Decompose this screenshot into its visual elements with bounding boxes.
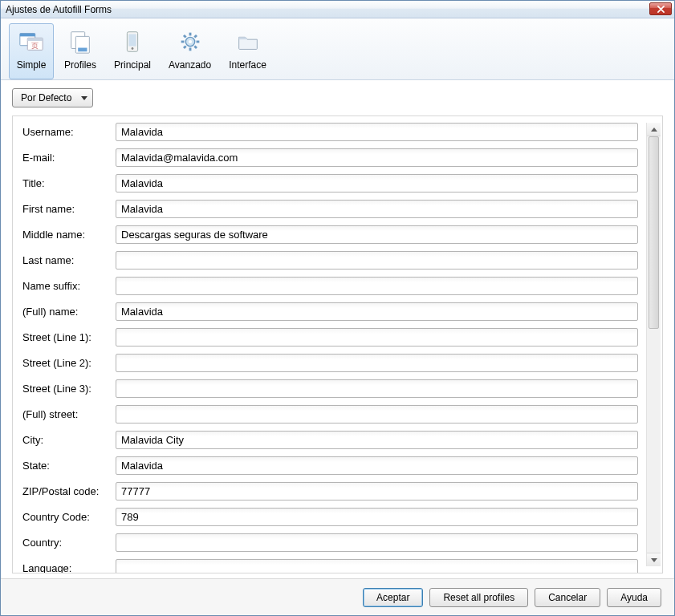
field-input[interactable] xyxy=(116,302,638,321)
triangle-up-icon xyxy=(651,128,657,132)
reset-profiles-button[interactable]: Reset all profiles xyxy=(429,588,528,607)
gear-icon xyxy=(176,27,205,56)
field-row: First name: xyxy=(21,200,638,218)
field-input[interactable] xyxy=(116,123,638,141)
scroll-down-button[interactable] xyxy=(647,553,661,566)
field-label: ZIP/Postal code: xyxy=(21,485,116,497)
svg-text:页: 页 xyxy=(31,41,39,50)
settings-window: Ajustes de Autofill Forms 页 Simple xyxy=(0,0,675,616)
svg-point-20 xyxy=(189,40,192,43)
tab-profiles[interactable]: Profiles xyxy=(57,23,104,79)
titlebar: Ajustes de Autofill Forms xyxy=(1,1,674,18)
svg-line-17 xyxy=(194,46,197,48)
field-input[interactable] xyxy=(116,379,638,398)
toolbar: 页 Simple Profiles xyxy=(1,18,674,80)
tab-label: Profiles xyxy=(64,59,96,71)
field-label: Username: xyxy=(21,126,116,138)
field-row: E-mail: xyxy=(21,148,638,167)
field-label: Country Code: xyxy=(21,511,116,523)
field-row: (Full) street: xyxy=(21,405,638,424)
field-input[interactable] xyxy=(116,431,638,449)
scroll-thumb[interactable] xyxy=(649,136,659,329)
content-area: Por Defecto Username:E-mail:Title:First … xyxy=(1,80,674,578)
svg-rect-9 xyxy=(128,34,136,47)
field-row: Street (Line 2): xyxy=(21,354,638,372)
field-row: Street (Line 1): xyxy=(21,328,638,346)
field-row: Last name: xyxy=(21,251,638,270)
field-row: Title: xyxy=(21,174,638,192)
chevron-down-icon xyxy=(81,96,87,100)
field-input[interactable] xyxy=(116,277,638,295)
field-row: Street (Line 3): xyxy=(21,379,638,398)
principal-icon xyxy=(118,27,147,56)
svg-rect-7 xyxy=(78,48,87,52)
field-label: Country: xyxy=(21,537,116,549)
dropdown-selected: Por Defecto xyxy=(21,92,71,103)
tab-label: Simple xyxy=(17,59,47,71)
scrollbar[interactable] xyxy=(646,123,661,566)
field-label: Last name: xyxy=(21,254,116,266)
field-label: (Full) street: xyxy=(21,408,116,420)
field-label: Street (Line 1): xyxy=(21,331,116,343)
footer: Aceptar Reset all profiles Cancelar Ayud… xyxy=(1,578,674,615)
field-input[interactable] xyxy=(116,148,638,167)
field-row: Country Code: xyxy=(21,508,638,526)
svg-line-16 xyxy=(184,35,186,38)
field-input[interactable] xyxy=(116,405,638,424)
field-row: Language: xyxy=(21,559,638,573)
tab-simple[interactable]: 页 Simple xyxy=(9,23,54,79)
field-row: Middle name: xyxy=(21,225,638,244)
triangle-down-icon xyxy=(651,558,657,562)
field-label: Street (Line 2): xyxy=(21,357,116,369)
field-label: First name: xyxy=(21,203,116,215)
cancel-button[interactable]: Cancelar xyxy=(535,588,600,607)
close-button[interactable] xyxy=(649,2,672,15)
tab-label: Interface xyxy=(229,59,266,71)
field-label: Name suffix: xyxy=(21,280,116,292)
field-row: Username: xyxy=(21,123,638,141)
field-label: (Full) name: xyxy=(21,306,116,318)
field-input[interactable] xyxy=(116,533,638,552)
field-label: Title: xyxy=(21,177,116,189)
form-panel: Username:E-mail:Title:First name:Middle … xyxy=(12,116,663,573)
field-row: Country: xyxy=(21,533,638,552)
fields-list: Username:E-mail:Title:First name:Middle … xyxy=(21,123,646,566)
tab-label: Avanzado xyxy=(169,59,211,71)
scroll-up-button[interactable] xyxy=(647,123,661,136)
field-input[interactable] xyxy=(116,508,638,526)
field-row: Name suffix: xyxy=(21,277,638,295)
profile-dropdown[interactable]: Por Defecto xyxy=(12,88,93,107)
field-label: City: xyxy=(21,434,116,446)
svg-rect-1 xyxy=(20,34,35,37)
close-icon xyxy=(657,6,665,13)
field-input[interactable] xyxy=(116,200,638,218)
field-input[interactable] xyxy=(116,251,638,270)
field-input[interactable] xyxy=(116,225,638,244)
field-input[interactable] xyxy=(116,482,638,500)
tab-principal[interactable]: Principal xyxy=(107,23,158,79)
profiles-icon xyxy=(66,27,95,56)
svg-line-19 xyxy=(194,35,197,38)
help-button[interactable]: Ayuda xyxy=(607,588,661,607)
svg-rect-21 xyxy=(238,37,246,39)
tab-avanzado[interactable]: Avanzado xyxy=(161,23,218,79)
field-input[interactable] xyxy=(116,559,638,573)
folder-icon xyxy=(234,27,262,56)
field-label: Street (Line 3): xyxy=(21,383,116,395)
field-label: E-mail: xyxy=(21,152,116,164)
simple-icon: 页 xyxy=(17,27,46,56)
field-row: State: xyxy=(21,456,638,475)
field-label: Middle name: xyxy=(21,229,116,241)
field-input[interactable] xyxy=(116,456,638,475)
tab-label: Principal xyxy=(114,59,151,71)
svg-line-18 xyxy=(184,46,186,48)
svg-point-10 xyxy=(132,47,134,50)
field-input[interactable] xyxy=(116,328,638,346)
tab-interface[interactable]: Interface xyxy=(222,23,274,79)
field-label: Language: xyxy=(21,562,116,573)
field-input[interactable] xyxy=(116,174,638,192)
accept-button[interactable]: Aceptar xyxy=(363,588,423,607)
field-input[interactable] xyxy=(116,354,638,372)
field-row: City: xyxy=(21,431,638,449)
field-row: ZIP/Postal code: xyxy=(21,482,638,500)
